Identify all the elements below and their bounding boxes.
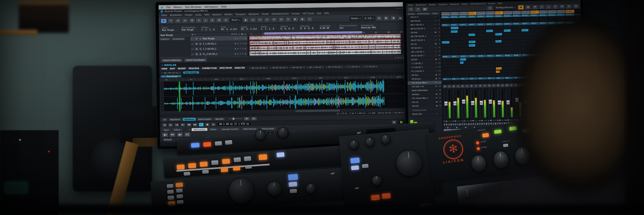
insert-slot[interactable] — [513, 29, 521, 33]
marker-prev-icon[interactable]: |◀ — [162, 123, 167, 127]
send-slot[interactable] — [469, 58, 478, 61]
menu-item[interactable]: Datei — [408, 4, 413, 6]
inserts-header[interactable]: Inserts — [486, 23, 495, 25]
send-slot[interactable] — [478, 64, 487, 67]
view-tab-rainbow[interactable]: Rainbow — [183, 118, 196, 121]
insert-slot[interactable] — [478, 51, 486, 54]
hardware-button[interactable] — [233, 166, 240, 171]
automation-button[interactable]: S — [539, 4, 545, 9]
send-slot[interactable]: S1R — [460, 61, 469, 64]
lower-zone-tab[interactable]: Sampler Control — [220, 128, 240, 131]
goto-start-icon[interactable]: |◀ — [174, 122, 179, 127]
send-slot[interactable] — [460, 64, 469, 68]
insert-slot[interactable]: UAD fre. — [469, 44, 477, 48]
find-track-icon[interactable]: ◎ — [244, 33, 246, 35]
inserts-header[interactable]: Inserts — [495, 23, 504, 25]
menu-item[interactable]: Hilfe — [498, 2, 502, 5]
channel-grid-icon[interactable]: ▦ — [525, 5, 531, 9]
add-track-icon[interactable]: ✚ — [191, 33, 193, 36]
send-slot[interactable] — [469, 71, 478, 74]
view-tab-wavelet[interactable]: Wavelet — [214, 117, 225, 120]
automation-button[interactable]: R — [209, 18, 215, 23]
knob[interactable] — [365, 137, 375, 147]
window-controls[interactable]: ▭ ▭ ✕ — [396, 7, 403, 10]
menu-item[interactable]: MIDI — [204, 14, 209, 16]
automation-button[interactable]: W — [559, 4, 565, 9]
quantize-dropdown[interactable]: Q1/8▾ — [363, 16, 375, 21]
vca-header[interactable]: VCA — [469, 77, 478, 80]
automation-button[interactable]: A — [223, 18, 229, 23]
strip-name-top[interactable]: T_1 (D)-03_1 — [539, 10, 548, 14]
menu-item[interactable]: Hub — [317, 12, 321, 15]
hardware-button[interactable] — [215, 141, 222, 146]
fader-lane[interactable] — [443, 89, 452, 120]
hardware-button[interactable] — [371, 195, 380, 200]
automation-button[interactable]: R — [552, 4, 558, 9]
vca-header[interactable]: VCA — [478, 77, 487, 80]
view-tab-spectrogram[interactable]: Spectrogram — [197, 118, 213, 121]
insert-slot[interactable]: UAD Sh. — [469, 33, 477, 37]
strip-name-top[interactable]: HH (D)-03_1 — [504, 11, 512, 14]
insert-slot[interactable] — [504, 50, 513, 54]
insert-slot[interactable] — [442, 30, 450, 34]
track-controls[interactable]: ● ◐ R W ▦ — [234, 37, 246, 39]
wavelab-menu-item[interactable]: VIEW — [161, 67, 167, 70]
automation-panel-icon[interactable]: ⊕ — [161, 18, 167, 23]
strip-name-top[interactable]: OH_L (D)-03_1 — [512, 11, 521, 14]
sends-header[interactable]: Sends — [469, 55, 478, 57]
insert-slot[interactable] — [495, 50, 504, 54]
menu-item[interactable]: Fenster — [488, 2, 496, 5]
write-button[interactable]: W — [481, 122, 483, 125]
inserts-header[interactable]: Inserts — [513, 22, 521, 25]
wavelab-file-tab[interactable]: ∿HH (D)-03_1 — [290, 66, 305, 69]
wavelab-file-tab[interactable]: ∿OH_R (D)-03_1 — [326, 65, 343, 68]
send-slot[interactable]: -3dB — [496, 70, 505, 73]
mute-button[interactable]: M — [469, 84, 474, 88]
constrain-icon[interactable]: ⇔ — [182, 18, 188, 23]
percent-icon[interactable]: % — [251, 116, 257, 120]
insert-slot[interactable] — [451, 37, 459, 41]
track-header[interactable]: 14MSFL_2 (D)-03_1● ◐ R W ▦ — [190, 51, 248, 57]
fader-lane[interactable] — [478, 88, 487, 119]
send-slot[interactable] — [478, 73, 487, 77]
vca-cell[interactable] — [469, 80, 478, 84]
mute-button[interactable]: M — [478, 84, 482, 88]
rewind-icon[interactable]: ◀◀ — [186, 122, 192, 127]
wavelab-time-display[interactable]: 00 h 00 mn 32 s 076 ms — [217, 122, 251, 126]
split-tool[interactable]: ✂ — [257, 17, 263, 22]
hardware-button[interactable] — [167, 190, 174, 194]
insert-slot[interactable] — [487, 47, 495, 51]
sends-header[interactable]: Sends — [460, 55, 469, 57]
inserts-header[interactable]: Inserts — [468, 23, 477, 26]
insert-slot[interactable] — [486, 44, 495, 47]
wavelab-doc-tab[interactable]: ∿ Raw Rough — [161, 75, 182, 78]
insert-slot[interactable] — [478, 47, 486, 51]
strip-name-top[interactable]: SG OH — [530, 10, 539, 14]
insert-slot[interactable] — [495, 25, 504, 29]
pan-control[interactable]: ◆ — [443, 126, 452, 129]
insert-slot[interactable] — [451, 51, 460, 55]
insert-slot[interactable] — [486, 33, 495, 37]
wavelab-file-tab[interactable]: ∿T_1 (D)-03_1 — [345, 65, 360, 68]
hardware-button[interactable] — [244, 156, 251, 161]
insert-slot[interactable]: MAAT la. — [495, 33, 504, 36]
menu-item[interactable]: Netzwerk — [249, 13, 259, 15]
fader-cap[interactable] — [444, 101, 448, 105]
hardware-button[interactable] — [221, 168, 228, 172]
left-panel-tab[interactable]: Snaps. — [431, 12, 439, 14]
inserts-header[interactable]: Inserts — [504, 23, 512, 25]
send-slot[interactable] — [478, 70, 487, 74]
wavelab-file-tab[interactable]: ∿T_2 (D)-03_1 — [362, 65, 377, 68]
strip-name-top[interactable]: BD out (D)-03_1 — [459, 12, 468, 15]
redo-icon[interactable]: ↷ — [415, 7, 421, 12]
lower-zone-tab[interactable]: Editor — [208, 128, 219, 131]
listen-button[interactable]: ◉ — [477, 122, 479, 125]
play-button[interactable]: ▶ — [211, 122, 216, 126]
send-slot[interactable] — [460, 74, 469, 77]
automation-button[interactable]: M — [189, 18, 195, 23]
insert-slot[interactable] — [459, 37, 468, 41]
overview-thumb[interactable] — [296, 110, 340, 112]
edit-button[interactable]: e — [448, 123, 450, 126]
write-button[interactable]: W — [490, 122, 492, 125]
raster-dropdown[interactable]: Raster▾ — [350, 16, 362, 21]
